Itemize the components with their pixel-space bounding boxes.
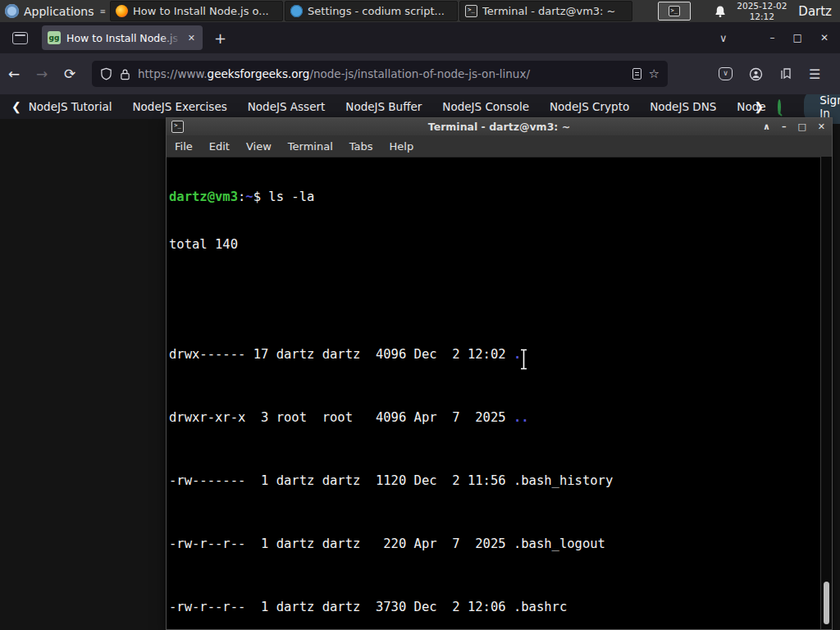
desktop: Applications ≡ How to Install Node.js o.…	[0, 0, 840, 630]
workspace-switcher[interactable]	[658, 2, 691, 21]
site-nav-link[interactable]: NodeJS Exercises	[132, 100, 226, 113]
maximize-button[interactable]: □	[797, 121, 806, 132]
reload-button[interactable]: ⟳	[56, 66, 84, 82]
search-icon[interactable]	[778, 99, 781, 115]
lock-icon[interactable]	[120, 68, 130, 80]
listing-row: -rw-r--r-- 1 dartz dartz 3730 Dec 2 12:0…	[169, 600, 821, 615]
forward-button[interactable]: →	[28, 66, 56, 82]
new-tab-button[interactable]: +	[214, 30, 226, 47]
firefox-toolbar: ← → ⟳ https://www.geeksforgeeks.org/node…	[0, 53, 840, 94]
total-line: total 140	[169, 237, 821, 253]
firefox-tab-bar: gg How to Install Node.js on ✕ + ∨ – □ ✕	[0, 22, 840, 53]
terminal-menu-item[interactable]: Terminal	[280, 137, 341, 156]
site-nav-link[interactable]: NodeJS Console	[442, 100, 529, 113]
nav-scroll-left-icon[interactable]: ❮	[11, 100, 21, 113]
terminal-menu-item[interactable]: Help	[381, 137, 422, 156]
toolbar-icons: ∨ ☰	[719, 66, 820, 82]
terminal-window-controls: ∧ – □ ✕	[763, 121, 825, 132]
tab-close-icon[interactable]: ✕	[186, 31, 197, 45]
terminal-menu-item[interactable]: Tabs	[341, 137, 381, 156]
menu-icon[interactable]: ☰	[809, 66, 820, 82]
url-text: https://www.geeksforgeeks.org/node-js/in…	[138, 67, 625, 80]
panel-user-button[interactable]: Dartz	[798, 4, 832, 19]
window-app-icon	[116, 5, 128, 17]
listing-row: -rw-r--r-- 1 dartz dartz 220 Apr 7 2025 …	[169, 536, 821, 552]
prompt-line: dartz@vm3:~$ ls -la	[169, 189, 821, 205]
terminal-mini-icon	[669, 6, 680, 16]
terminal-menu-bar: FileEditViewTerminalTabsHelp	[167, 135, 832, 158]
listing-row: -rw------- 1 dartz dartz 1120 Dec 2 11:5…	[169, 473, 821, 489]
account-icon[interactable]	[749, 67, 763, 81]
list-all-tabs-icon[interactable]: ∨	[719, 32, 728, 44]
site-nav-bar: ❮ NodeJS TutorialNodeJS ExercisesNodeJS …	[0, 94, 840, 119]
window-app-icon	[465, 5, 477, 17]
back-button[interactable]: ←	[0, 66, 28, 82]
taskbar-window-button[interactable]: How to Install Node.js o...	[110, 1, 283, 21]
notification-bell-icon[interactable]	[714, 5, 727, 18]
file-listing: drwx------ 17 dartz dartz 4096 Dec 2 12:…	[169, 285, 821, 629]
terminal-output[interactable]: dartz@vm3:~$ ls -la total 140 drwx------…	[167, 157, 821, 629]
text-cursor-pointer	[519, 349, 528, 370]
minimize-button[interactable]: –	[770, 32, 775, 43]
applications-menu-button[interactable]: Applications ≡	[0, 0, 110, 22]
site-nav-link[interactable]: NodeJS Assert	[248, 100, 326, 113]
xubuntu-logo-icon	[5, 4, 19, 18]
site-nav-link[interactable]: NodeJS DNS	[650, 100, 716, 113]
firefox-view-icon[interactable]	[12, 32, 28, 44]
reader-mode-icon[interactable]	[632, 68, 641, 80]
nav-scroll-right-icon[interactable]: ❯	[755, 100, 765, 113]
site-nav-links: NodeJS TutorialNodeJS ExercisesNodeJS As…	[29, 100, 766, 113]
listing-row: drwx------ 17 dartz dartz 4096 Dec 2 12:…	[169, 347, 821, 363]
maximize-button[interactable]: □	[793, 32, 802, 43]
window-app-icon	[290, 5, 303, 17]
shade-button[interactable]: ∧	[763, 121, 770, 132]
close-button[interactable]: ✕	[820, 32, 829, 43]
pocket-icon[interactable]: ∨	[719, 67, 733, 80]
site-nav-link[interactable]: NodeJS Crypto	[550, 100, 629, 113]
address-bar[interactable]: https://www.geeksforgeeks.org/node-js/in…	[92, 61, 668, 87]
browser-tab[interactable]: gg How to Install Node.js on ✕	[42, 25, 203, 50]
taskbar: How to Install Node.js o... Settings - c…	[110, 0, 634, 22]
browser-window-controls: – □ ✕	[770, 32, 829, 43]
site-nav-link[interactable]: NodeJS Tutorial	[29, 100, 112, 113]
listing-row: drwxr-xr-x 3 root root 4096 Apr 7 2025 .…	[169, 410, 821, 426]
terminal-menu-item[interactable]: Edit	[201, 137, 238, 156]
taskbar-window-button[interactable]: Settings - codium script...	[285, 1, 458, 21]
close-button[interactable]: ✕	[818, 121, 825, 132]
terminal-title-bar[interactable]: Terminal - dartz@vm3: ~ ∧ – □ ✕	[167, 118, 832, 135]
site-nav-link[interactable]: NodeJS Buffer	[345, 100, 422, 113]
top-panel: Applications ≡ How to Install Node.js o.…	[0, 0, 840, 22]
geeksforgeeks-favicon: gg	[48, 31, 61, 44]
terminal-title: Terminal - dartz@vm3: ~	[167, 121, 832, 133]
terminal-menu-item[interactable]: File	[167, 137, 201, 156]
scrollbar-thumb[interactable]	[824, 582, 829, 624]
taskbar-window-button[interactable]: Terminal - dartz@vm3: ~	[459, 1, 632, 21]
clock[interactable]: 2025-12-02 12:12	[737, 1, 787, 21]
terminal-menu-item[interactable]: View	[238, 137, 280, 156]
terminal-scrollbar[interactable]	[820, 157, 832, 629]
applications-label: Applications	[24, 5, 94, 18]
bookmark-star-icon[interactable]: ☆	[649, 66, 660, 81]
terminal-window: Terminal - dartz@vm3: ~ ∧ – □ ✕ FileEdit…	[166, 117, 833, 630]
menu-lines-icon: ≡	[100, 7, 106, 16]
shield-icon[interactable]	[100, 67, 112, 80]
extensions-icon[interactable]	[779, 67, 792, 80]
minimize-button[interactable]: –	[782, 121, 787, 132]
